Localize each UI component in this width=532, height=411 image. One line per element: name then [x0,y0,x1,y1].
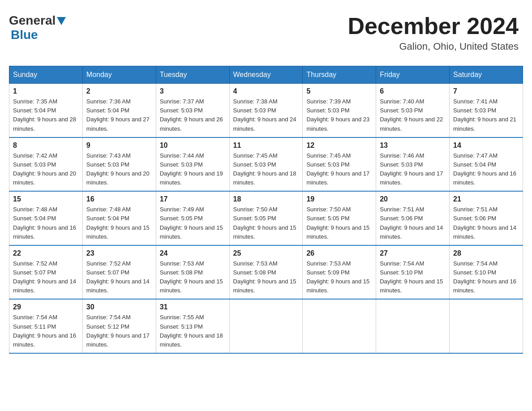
day-info: Sunrise: 7:38 AMSunset: 5:03 PMDaylight:… [233,97,299,133]
day-info: Sunrise: 7:47 AMSunset: 5:04 PMDaylight:… [453,151,519,188]
calendar-table: SundayMondayTuesdayWednesdayThursdayFrid… [9,66,523,354]
header-day-friday: Friday [376,66,450,84]
day-number: 6 [380,87,446,95]
calendar-cell: 12Sunrise: 7:45 AMSunset: 5:03 PMDayligh… [303,137,376,192]
calendar-cell: 1Sunrise: 7:35 AMSunset: 5:04 PMDaylight… [9,84,83,137]
header-day-thursday: Thursday [303,66,376,84]
day-info: Sunrise: 7:43 AMSunset: 5:03 PMDaylight:… [86,151,152,188]
calendar-cell: 17Sunrise: 7:49 AMSunset: 5:05 PMDayligh… [156,191,229,245]
day-info: Sunrise: 7:42 AMSunset: 5:03 PMDaylight:… [13,151,79,188]
day-info: Sunrise: 7:46 AMSunset: 5:03 PMDaylight:… [380,151,446,188]
logo: General Blue [9,13,66,42]
week-row-2: 8Sunrise: 7:42 AMSunset: 5:03 PMDaylight… [9,137,523,192]
day-info: Sunrise: 7:55 AMSunset: 5:13 PMDaylight:… [160,313,226,349]
calendar-cell: 19Sunrise: 7:50 AMSunset: 5:05 PMDayligh… [303,191,376,245]
calendar-cell [376,299,450,353]
day-number: 27 [380,249,446,257]
logo-line1: General [9,13,66,28]
calendar-cell: 29Sunrise: 7:54 AMSunset: 5:11 PMDayligh… [9,299,83,353]
header-day-monday: Monday [82,66,156,84]
day-info: Sunrise: 7:44 AMSunset: 5:03 PMDaylight:… [160,151,226,188]
calendar-cell: 24Sunrise: 7:53 AMSunset: 5:08 PMDayligh… [156,245,229,300]
week-row-1: 1Sunrise: 7:35 AMSunset: 5:04 PMDaylight… [9,84,523,137]
day-number: 24 [160,249,226,257]
day-info: Sunrise: 7:35 AMSunset: 5:04 PMDaylight:… [13,97,79,133]
logo-text-general: General [9,13,56,28]
calendar-cell: 7Sunrise: 7:41 AMSunset: 5:03 PMDaylight… [450,84,523,137]
day-number: 30 [86,303,152,311]
day-info: Sunrise: 7:50 AMSunset: 5:05 PMDaylight:… [233,205,299,241]
day-number: 2 [86,87,152,95]
calendar-cell: 14Sunrise: 7:47 AMSunset: 5:04 PMDayligh… [450,137,523,192]
calendar-cell: 28Sunrise: 7:54 AMSunset: 5:10 PMDayligh… [450,245,523,300]
calendar-cell [450,299,523,353]
day-number: 7 [453,87,519,95]
calendar-cell: 2Sunrise: 7:36 AMSunset: 5:04 PMDaylight… [82,84,156,137]
calendar-cell: 30Sunrise: 7:54 AMSunset: 5:12 PMDayligh… [82,299,156,353]
day-info: Sunrise: 7:51 AMSunset: 5:06 PMDaylight:… [380,205,446,241]
day-info: Sunrise: 7:37 AMSunset: 5:03 PMDaylight:… [160,97,226,133]
svg-marker-0 [57,17,66,25]
day-number: 31 [160,303,226,311]
day-number: 23 [86,249,152,257]
calendar-cell: 11Sunrise: 7:45 AMSunset: 5:03 PMDayligh… [229,137,303,192]
week-row-3: 15Sunrise: 7:48 AMSunset: 5:04 PMDayligh… [9,191,523,245]
day-info: Sunrise: 7:45 AMSunset: 5:03 PMDaylight:… [306,151,372,188]
day-number: 9 [86,141,152,150]
calendar-cell: 20Sunrise: 7:51 AMSunset: 5:06 PMDayligh… [376,191,450,245]
week-row-4: 22Sunrise: 7:52 AMSunset: 5:07 PMDayligh… [9,245,523,300]
location-title: Galion, Ohio, United States [348,41,519,52]
calendar-cell: 15Sunrise: 7:48 AMSunset: 5:04 PMDayligh… [9,191,83,245]
calendar-cell: 16Sunrise: 7:48 AMSunset: 5:04 PMDayligh… [82,191,156,245]
header-day-saturday: Saturday [450,66,523,84]
day-number: 29 [13,303,79,311]
day-info: Sunrise: 7:54 AMSunset: 5:11 PMDaylight:… [13,313,79,349]
day-info: Sunrise: 7:54 AMSunset: 5:12 PMDaylight:… [86,313,152,349]
day-info: Sunrise: 7:54 AMSunset: 5:10 PMDaylight:… [380,259,446,295]
day-number: 14 [453,141,519,150]
day-info: Sunrise: 7:53 AMSunset: 5:08 PMDaylight:… [233,259,299,295]
calendar-cell: 31Sunrise: 7:55 AMSunset: 5:13 PMDayligh… [156,299,229,353]
day-info: Sunrise: 7:45 AMSunset: 5:03 PMDaylight:… [233,151,299,188]
day-number: 15 [13,195,79,203]
day-info: Sunrise: 7:48 AMSunset: 5:04 PMDaylight:… [86,205,152,241]
day-info: Sunrise: 7:49 AMSunset: 5:05 PMDaylight:… [160,205,226,241]
day-number: 10 [160,141,226,150]
header-day-wednesday: Wednesday [229,66,303,84]
day-number: 17 [160,195,226,203]
calendar-cell: 22Sunrise: 7:52 AMSunset: 5:07 PMDayligh… [9,245,83,300]
header-day-tuesday: Tuesday [156,66,229,84]
calendar-cell: 13Sunrise: 7:46 AMSunset: 5:03 PMDayligh… [376,137,450,192]
week-row-5: 29Sunrise: 7:54 AMSunset: 5:11 PMDayligh… [9,299,523,353]
day-number: 19 [306,195,372,203]
calendar-cell: 27Sunrise: 7:54 AMSunset: 5:10 PMDayligh… [376,245,450,300]
day-info: Sunrise: 7:52 AMSunset: 5:07 PMDaylight:… [13,259,79,295]
day-info: Sunrise: 7:54 AMSunset: 5:10 PMDaylight:… [453,259,519,295]
day-number: 11 [233,141,299,150]
day-number: 12 [306,141,372,150]
day-info: Sunrise: 7:39 AMSunset: 5:03 PMDaylight:… [306,97,372,133]
calendar-cell: 18Sunrise: 7:50 AMSunset: 5:05 PMDayligh… [229,191,303,245]
day-number: 20 [380,195,446,203]
day-info: Sunrise: 7:52 AMSunset: 5:07 PMDaylight:… [86,259,152,295]
day-number: 25 [233,249,299,257]
calendar-cell: 9Sunrise: 7:43 AMSunset: 5:03 PMDaylight… [82,137,156,192]
day-info: Sunrise: 7:51 AMSunset: 5:06 PMDaylight:… [453,205,519,241]
calendar-cell: 8Sunrise: 7:42 AMSunset: 5:03 PMDaylight… [9,137,83,192]
day-number: 4 [233,87,299,95]
day-number: 16 [86,195,152,203]
day-info: Sunrise: 7:53 AMSunset: 5:08 PMDaylight:… [160,259,226,295]
calendar-cell: 4Sunrise: 7:38 AMSunset: 5:03 PMDaylight… [229,84,303,137]
day-number: 26 [306,249,372,257]
month-title: December 2024 [348,13,519,39]
day-number: 28 [453,249,519,257]
calendar-cell: 26Sunrise: 7:53 AMSunset: 5:09 PMDayligh… [303,245,376,300]
header-row: SundayMondayTuesdayWednesdayThursdayFrid… [9,66,523,84]
logo-triangle-icon [57,17,66,25]
day-number: 18 [233,195,299,203]
logo-text-blue: Blue [11,28,66,42]
day-number: 8 [13,141,79,150]
day-info: Sunrise: 7:53 AMSunset: 5:09 PMDaylight:… [306,259,372,295]
day-info: Sunrise: 7:40 AMSunset: 5:03 PMDaylight:… [380,97,446,133]
header-day-sunday: Sunday [9,66,83,84]
